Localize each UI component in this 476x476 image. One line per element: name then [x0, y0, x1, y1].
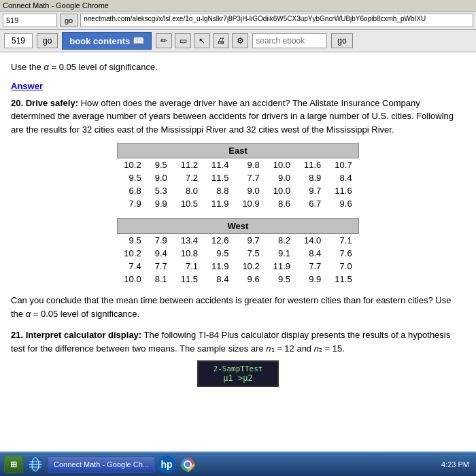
table-cell: 10.7 [328, 158, 358, 172]
table-cell: 9.5 [117, 234, 148, 248]
table-row: 7.99.910.511.910.98.66.79.6 [117, 197, 358, 210]
table-cell: 8.4 [297, 247, 328, 260]
table-row: 10.08.111.58.49.69.59.911.5 [117, 273, 358, 286]
toolbar-go-button[interactable]: go [37, 33, 58, 48]
q21-number: 21. [11, 330, 26, 340]
table-cell: 8.9 [297, 171, 328, 184]
table-cell: 7.1 [174, 260, 205, 273]
content-area: Use the α = 0.05 level of significance. … [0, 52, 476, 467]
url-bar[interactable]: nnectmath.com/alekscgi/x/lsl.exe/1o_u-lg… [80, 14, 473, 27]
table-cell: 8.6 [267, 197, 297, 210]
table-cell: 9.5 [148, 158, 174, 172]
svg-point-7 [185, 462, 190, 467]
taskbar-chrome-icon[interactable] [178, 455, 197, 474]
calc-line1: μ1 >μ2 [203, 373, 273, 383]
table-cell: 9.5 [205, 247, 235, 260]
east-table-wrapper: East 10.29.511.211.49.810.011.610.79.59.… [11, 143, 465, 210]
search-go-button[interactable]: go [331, 33, 352, 48]
table-row: 6.85.38.08.89.010.09.711.6 [117, 184, 358, 197]
table-cell: 10.0 [117, 273, 148, 286]
calc-title: 2-SampTTest [203, 364, 273, 373]
table-cell: 9.1 [267, 247, 297, 260]
table-cell: 9.5 [117, 171, 148, 184]
table-cell: 11.4 [205, 158, 235, 172]
taskbar-browser-icon[interactable] [26, 455, 45, 474]
table-row: 7.47.77.111.910.211.97.77.0 [117, 260, 358, 273]
table-cell: 7.5 [235, 247, 266, 260]
table-cell: 10.2 [117, 247, 148, 260]
table-cell: 8.8 [205, 184, 235, 197]
table-cell: 5.3 [148, 184, 174, 197]
table-cell: 11.9 [205, 197, 235, 210]
table-cell: 9.4 [148, 247, 174, 260]
toolbar: go book contents 📖 ✏ ▭ ↖ 🖨 ⚙ go [0, 30, 476, 52]
page-number-input[interactable] [3, 14, 57, 27]
address-bar: go nnectmath.com/alekscgi/x/lsl.exe/1o_u… [0, 12, 476, 30]
address-go-button[interactable]: go [60, 14, 78, 27]
table-cell: 10.0 [267, 184, 297, 197]
table-cell: 9.5 [267, 273, 297, 286]
table-cell: 6.8 [117, 184, 148, 197]
table-cell: 11.6 [328, 184, 358, 197]
table-cell: 7.6 [328, 247, 358, 260]
west-data-table: West 9.57.913.412.69.78.214.07.110.29.41… [117, 218, 359, 286]
table-cell: 12.6 [205, 234, 235, 248]
table-cell: 9.8 [235, 158, 266, 172]
table-cell: 7.4 [117, 260, 148, 273]
table-row: 10.29.410.89.57.59.18.47.6 [117, 247, 358, 260]
book-contents-label: book contents [69, 36, 130, 46]
table-cell: 10.0 [267, 158, 297, 172]
toolbar-page-input[interactable] [4, 33, 33, 48]
table-row: 10.29.511.211.49.810.011.610.7 [117, 158, 358, 172]
table-cell: 9.7 [297, 184, 328, 197]
taskbar-hp-icon[interactable]: hp [158, 456, 175, 473]
table-cell: 9.0 [148, 171, 174, 184]
table-cell: 11.5 [205, 171, 235, 184]
book-contents-button[interactable]: book contents 📖 [62, 32, 152, 50]
taskbar-clock: 4:23 PM [441, 460, 472, 469]
cursor-icon-button[interactable]: ↖ [194, 33, 210, 48]
table-cell: 7.7 [235, 171, 266, 184]
table-cell: 11.9 [205, 260, 235, 273]
gear-icon-button[interactable]: ⚙ [232, 33, 248, 48]
calculator-display: 2-SampTTest μ1 >μ2 [197, 360, 279, 387]
east-table-header: East [117, 143, 358, 158]
table-cell: 9.6 [235, 273, 266, 286]
table-cell: 14.0 [297, 234, 328, 248]
table-cell: 7.0 [328, 260, 358, 273]
pencil-icon-button[interactable]: ✏ [156, 33, 172, 48]
table-cell: 13.4 [174, 234, 205, 248]
printer-icon-button[interactable]: 🖨 [213, 33, 229, 48]
answer-link[interactable]: Answer [11, 81, 465, 91]
start-button[interactable]: ⊞ [4, 456, 23, 473]
q20-conclusion: Can you conclude that the mean time betw… [11, 294, 465, 320]
table-cell: 7.7 [148, 260, 174, 273]
significance-line: Use the α = 0.05 level of significance. [11, 61, 465, 74]
table-cell: 8.4 [205, 273, 235, 286]
west-table-header: West [117, 219, 358, 234]
table-cell: 11.9 [267, 260, 297, 273]
q20-number: 20. [11, 98, 26, 108]
table-cell: 7.1 [328, 234, 358, 248]
table-cell: 10.5 [174, 197, 205, 210]
table-cell: 9.0 [235, 184, 266, 197]
q20-bold-label: Drive safely: [26, 98, 78, 108]
title-bar: Connect Math - Google Chrome [0, 0, 476, 12]
clock-time: 4:23 PM [441, 460, 469, 469]
taskbar-app-button[interactable]: Connect Math - Google Ch... [48, 456, 155, 473]
table-cell: 11.6 [297, 158, 328, 172]
table-cell: 9.6 [328, 197, 358, 210]
title-text: Connect Math - Google Chrome [3, 1, 109, 10]
taskbar: ⊞ Connect Math - Google Ch... hp 4:23 PM [0, 452, 476, 476]
west-table-wrapper: West 9.57.913.412.69.78.214.07.110.29.41… [11, 218, 465, 286]
table-cell: 11.2 [174, 158, 205, 172]
table-cell: 10.9 [235, 197, 266, 210]
question-20: 20. Drive safely: How often does the ave… [11, 97, 465, 321]
q21-bold-label: Interpret calculator display: [26, 330, 142, 340]
table-cell: 11.5 [174, 273, 205, 286]
rectangle-icon-button[interactable]: ▭ [175, 33, 191, 48]
table-row: 9.59.07.211.57.79.08.98.4 [117, 171, 358, 184]
search-ebook-input[interactable] [252, 33, 327, 48]
table-cell: 8.0 [174, 184, 205, 197]
q20-text: 20. Drive safely: How often does the ave… [11, 97, 465, 137]
